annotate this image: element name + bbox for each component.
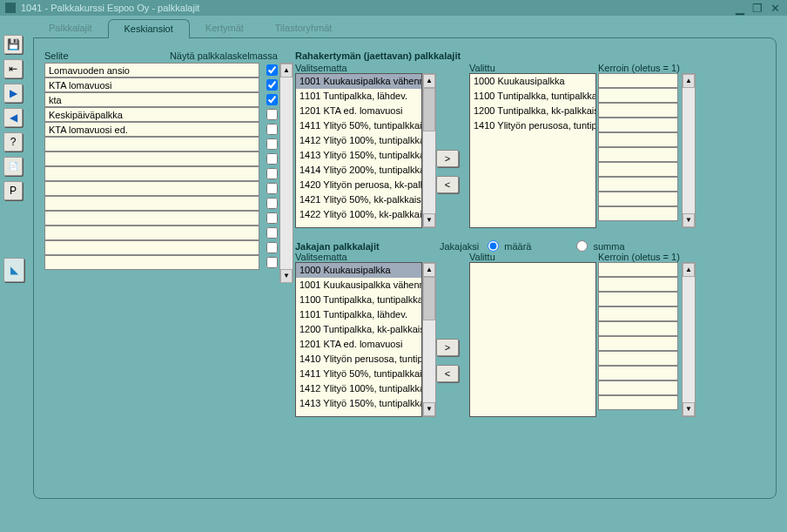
kerroin-input[interactable] (598, 321, 678, 336)
list-item[interactable]: 1000 Kuukausipalkka (470, 74, 595, 89)
scrollbar[interactable]: ▲ ▼ (682, 262, 696, 417)
list-item[interactable]: 1101 Tuntipalkka, lähdev. (296, 307, 421, 322)
kerroin-input[interactable] (598, 162, 678, 177)
kerroin-input[interactable] (598, 118, 678, 132)
kerroin-input[interactable] (598, 262, 678, 277)
selite-input[interactable] (44, 240, 259, 255)
nayta-checkbox[interactable] (266, 124, 278, 135)
close-icon[interactable]: ✕ (768, 2, 782, 14)
kerroin-input[interactable] (598, 147, 678, 162)
kerroin-input[interactable] (598, 336, 678, 351)
minimize-icon[interactable]: ▁ (733, 2, 747, 14)
list-item[interactable]: 1200 Tuntipalkka, kk-palkkais (296, 322, 421, 337)
kerroin-input[interactable] (598, 132, 678, 147)
kerroin-input[interactable] (598, 192, 678, 206)
move-right-button[interactable]: > (436, 150, 459, 167)
list-item[interactable]: 1001 Kuukausipalkka vähenn (296, 74, 421, 89)
tab-tilastoryhmat[interactable]: Tilastoryhmät (259, 19, 348, 38)
kerroin-input[interactable] (598, 351, 678, 366)
nayta-checkbox[interactable] (266, 227, 278, 239)
kerroin-input[interactable] (598, 206, 678, 221)
help-button[interactable]: ? (3, 132, 23, 152)
list-item[interactable]: 1413 Ylityö 150%, tuntipalkka (296, 148, 421, 163)
list-item[interactable]: 1412 Ylityö 100%, tuntipalkka (296, 381, 421, 396)
restore-icon[interactable]: ❐ (750, 2, 764, 14)
nayta-checkbox[interactable] (266, 64, 278, 76)
nav-button[interactable]: ◣ (3, 258, 24, 282)
list-item[interactable]: 1410 Ylityön perusosa, tuntip (470, 118, 595, 133)
nayta-checkbox[interactable] (266, 212, 278, 224)
scroll-down-icon[interactable]: ▼ (423, 213, 435, 227)
move-left-button[interactable]: < (436, 365, 459, 382)
scrollbar[interactable]: ▲ ▼ (422, 73, 436, 228)
p-button[interactable]: P (3, 181, 23, 200)
selite-input[interactable] (44, 137, 259, 152)
scroll-up-icon[interactable]: ▲ (683, 74, 695, 88)
selite-input[interactable] (44, 211, 259, 226)
scroll-up-icon[interactable]: ▲ (423, 263, 435, 277)
move-left-button[interactable]: < (436, 176, 459, 193)
list-item[interactable]: 1413 Ylityö 150%, tuntipalkka (296, 396, 421, 411)
list-item[interactable]: 1412 Ylityö 100%, tuntipalkka (296, 133, 421, 148)
nayta-checkbox[interactable] (266, 109, 278, 120)
kerroin-input[interactable] (598, 380, 678, 395)
scroll-up-icon[interactable]: ▲ (280, 64, 293, 77)
list-item[interactable]: 1422 Ylityö 100%, kk-palkkais (296, 207, 421, 222)
scroll-down-icon[interactable]: ▼ (423, 402, 435, 416)
scrollbar[interactable]: ▲ ▼ (682, 73, 696, 228)
radio-maara[interactable] (488, 240, 499, 252)
selite-input[interactable] (44, 77, 259, 92)
list-item[interactable]: 1201 KTA ed. lomavuosi (296, 104, 421, 118)
list-item[interactable]: 1414 Ylityö 200%, tuntipalkka (296, 163, 421, 178)
scroll-up-icon[interactable]: ▲ (423, 74, 435, 88)
selite-input[interactable] (44, 63, 259, 77)
selite-input[interactable] (44, 181, 259, 196)
kerroin-input[interactable] (598, 277, 678, 292)
section1-unselected-list[interactable]: 1001 Kuukausipalkka vähenn1101 Tuntipalk… (295, 73, 422, 228)
next-button[interactable]: ▶ (3, 84, 23, 103)
selite-input[interactable] (44, 152, 259, 166)
scrollbar[interactable]: ▲▼ (279, 63, 293, 282)
list-item[interactable]: 1200 Tuntipalkka, kk-palkkais (470, 104, 595, 118)
radio-summa[interactable] (576, 240, 588, 252)
list-item[interactable]: 1100 Tuntipalkka, tuntipalkkai (296, 293, 421, 307)
tab-kertymat[interactable]: Kertymät (190, 19, 259, 38)
list-item[interactable]: 1101 Tuntipalkka, lähdev. (296, 89, 421, 104)
selite-input[interactable] (44, 107, 259, 122)
nayta-checkbox[interactable] (266, 257, 278, 268)
kerroin-input[interactable] (598, 177, 678, 192)
selite-input[interactable] (44, 92, 259, 107)
section2-unselected-list[interactable]: 1000 Kuukausipalkka1001 Kuukausipalkka v… (295, 262, 422, 417)
kerroin-input[interactable] (598, 103, 678, 118)
section1-selected-list[interactable]: 1000 Kuukausipalkka1100 Tuntipalkka, tun… (469, 73, 596, 228)
tool-button[interactable]: 📄 (3, 157, 23, 176)
scroll-down-icon[interactable]: ▼ (683, 213, 695, 227)
selite-input[interactable] (44, 122, 259, 137)
selite-input[interactable] (44, 255, 259, 270)
nayta-checkbox[interactable] (266, 94, 278, 105)
nayta-checkbox[interactable] (266, 242, 278, 253)
prev-button[interactable]: ◀ (3, 108, 23, 127)
list-item[interactable]: 1201 KTA ed. lomavuosi (296, 337, 421, 352)
list-item[interactable]: 1000 Kuukausipalkka (296, 263, 421, 278)
tab-keskiansiot[interactable]: Keskiansiot (108, 19, 190, 38)
selite-input[interactable] (44, 166, 259, 181)
kerroin-input[interactable] (598, 306, 678, 321)
scroll-down-icon[interactable]: ▼ (280, 269, 293, 283)
nayta-checkbox[interactable] (266, 138, 278, 150)
kerroin-input[interactable] (598, 88, 678, 103)
kerroin-input[interactable] (598, 366, 678, 380)
nayta-checkbox[interactable] (266, 168, 278, 179)
list-item[interactable]: 1100 Tuntipalkka, tuntipalkkai (470, 89, 595, 104)
list-item[interactable]: 1421 Ylityö 50%, kk-palkkaise (296, 192, 421, 207)
nayta-checkbox[interactable] (266, 79, 278, 91)
selite-input[interactable] (44, 196, 259, 211)
list-item[interactable]: 1411 Ylityö 50%, tuntipalkkais (296, 118, 421, 133)
list-item[interactable]: 1420 Ylityön peruosa, kk-pall (296, 178, 421, 192)
list-item[interactable]: 1001 Kuukausipalkka vähenn (296, 278, 421, 293)
tab-palkkalajit[interactable]: Palkkalajit (33, 19, 108, 38)
scrollbar[interactable]: ▲ ▼ (422, 262, 436, 417)
nayta-checkbox[interactable] (266, 153, 278, 165)
section2-selected-list[interactable] (469, 262, 596, 417)
kerroin-input[interactable] (598, 395, 678, 410)
